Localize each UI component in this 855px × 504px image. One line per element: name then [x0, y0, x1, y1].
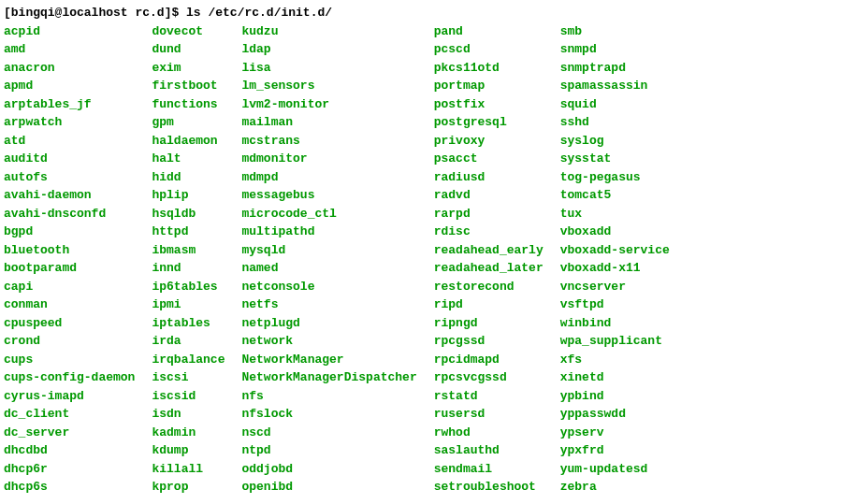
file-entry: rpcidmapd [434, 351, 543, 369]
file-entry: cups-config-daemon [4, 368, 135, 387]
file-entry: saslauthd [434, 441, 543, 460]
file-entry: autofs [4, 168, 135, 187]
listing-column: smbsnmpdsnmptrapdspamassassinsquidsshdsy… [560, 22, 670, 497]
file-entry: apmd [4, 77, 135, 95]
file-entry: tux [560, 205, 670, 223]
file-entry: xfs [560, 351, 670, 369]
file-entry: portmap [434, 77, 543, 95]
listing-column: kudzuldaplisalm_sensorslvm2-monitormailm… [241, 22, 416, 497]
file-entry: privoxy [434, 132, 543, 151]
file-entry: pand [434, 22, 543, 41]
file-entry: cpuspeed [4, 314, 135, 333]
file-entry: smb [560, 22, 670, 41]
file-entry: firstboot [152, 77, 225, 95]
file-entry: auditd [4, 150, 135, 168]
file-entry: mailman [241, 113, 416, 132]
file-entry: exim [152, 59, 225, 78]
file-entry: crond [4, 332, 135, 351]
file-entry: openibd [241, 478, 416, 497]
file-entry: mcstrans [241, 132, 416, 151]
file-entry: isdn [152, 405, 225, 424]
file-entry: cyrus-imapd [4, 387, 135, 406]
file-entry: cups [4, 351, 135, 369]
file-entry: netplugd [241, 314, 416, 333]
file-entry: functions [152, 95, 225, 114]
file-entry: iptables [152, 314, 225, 333]
file-entry: readahead_later [434, 259, 543, 278]
file-entry: radvd [434, 186, 543, 205]
file-entry: squid [560, 95, 670, 114]
file-entry: netconsole [241, 278, 416, 296]
file-entry: irqbalance [152, 351, 225, 369]
command-text: ls /etc/rc.d/init.d/ [186, 6, 332, 20]
file-entry: multipathd [241, 223, 416, 241]
file-entry: ip6tables [152, 278, 225, 296]
file-entry: hsqldb [152, 205, 225, 223]
file-entry: httpd [152, 223, 225, 241]
file-entry: postfix [434, 95, 543, 114]
listing-column: acpidamdanacronapmdarptables_jfarpwatcha… [4, 22, 135, 497]
file-entry: syslog [560, 132, 670, 151]
file-entry: iscsid [152, 387, 225, 406]
file-entry: halt [152, 150, 225, 168]
file-entry: hidd [152, 168, 225, 187]
file-entry: rstatd [434, 387, 543, 406]
file-entry: tog-pegasus [560, 168, 670, 187]
file-entry: rarpd [434, 205, 543, 223]
file-entry: atd [4, 132, 135, 151]
file-entry: ripd [434, 295, 543, 314]
listing-column: dovecotdundeximfirstbootfunctionsgpmhald… [152, 22, 225, 497]
file-entry: bootparamd [4, 259, 135, 278]
prompt-line: [bingqi@localhost rc.d]$ ls /etc/rc.d/in… [4, 4, 851, 22]
file-entry: messagebus [241, 186, 416, 205]
file-entry: nfslock [241, 405, 416, 424]
file-entry: microcode_ctl [241, 205, 416, 223]
terminal-output: [bingqi@localhost rc.d]$ ls /etc/rc.d/in… [4, 4, 851, 497]
file-entry: bgpd [4, 223, 135, 241]
file-entry: NetworkManager [241, 351, 416, 369]
file-entry: ypbind [560, 387, 670, 406]
file-entry: ntpd [241, 441, 416, 460]
file-entry: anacron [4, 59, 135, 78]
file-entry: wpa_supplicant [560, 332, 670, 351]
file-entry: lvm2-monitor [241, 95, 416, 114]
file-entry: readahead_early [434, 241, 543, 260]
file-entry: snmptrapd [560, 59, 670, 78]
file-entry: killall [152, 460, 225, 479]
file-entry: sendmail [434, 460, 543, 479]
file-entry: ibmasm [152, 241, 225, 260]
file-entry: innd [152, 259, 225, 278]
file-entry: dovecot [152, 22, 225, 41]
file-entry: dhcdbd [4, 441, 135, 460]
shell-prompt: [bingqi@localhost rc.d]$ [4, 6, 186, 20]
file-entry: ripngd [434, 314, 543, 333]
file-entry: ipmi [152, 295, 225, 314]
file-entry: dhcp6r [4, 460, 135, 479]
file-entry: winbind [560, 314, 670, 333]
file-entry: lisa [241, 59, 416, 78]
file-entry: ldap [241, 40, 416, 59]
file-entry: oddjobd [241, 460, 416, 479]
file-entry: spamassassin [560, 77, 670, 95]
file-entry: vncserver [560, 278, 670, 296]
file-entry: ypserv [560, 424, 670, 442]
file-entry: capi [4, 278, 135, 296]
file-entry: radiusd [434, 168, 543, 187]
file-entry: mdmonitor [241, 150, 416, 168]
file-entry: avahi-daemon [4, 186, 135, 205]
file-entry: vboxadd [560, 223, 670, 241]
file-entry: dc_client [4, 405, 135, 424]
file-entry: bluetooth [4, 241, 135, 260]
file-entry: sysstat [560, 150, 670, 168]
file-entry: sshd [560, 113, 670, 132]
file-entry: conman [4, 295, 135, 314]
file-entry: pkcs11otd [434, 59, 543, 78]
file-entry: yppasswdd [560, 405, 670, 424]
file-entry: vboxadd-x11 [560, 259, 670, 278]
file-entry: gpm [152, 113, 225, 132]
file-entry: rpcgssd [434, 332, 543, 351]
file-entry: named [241, 259, 416, 278]
file-entry: xinetd [560, 368, 670, 387]
file-entry: kprop [152, 478, 225, 497]
file-entry: pcscd [434, 40, 543, 59]
